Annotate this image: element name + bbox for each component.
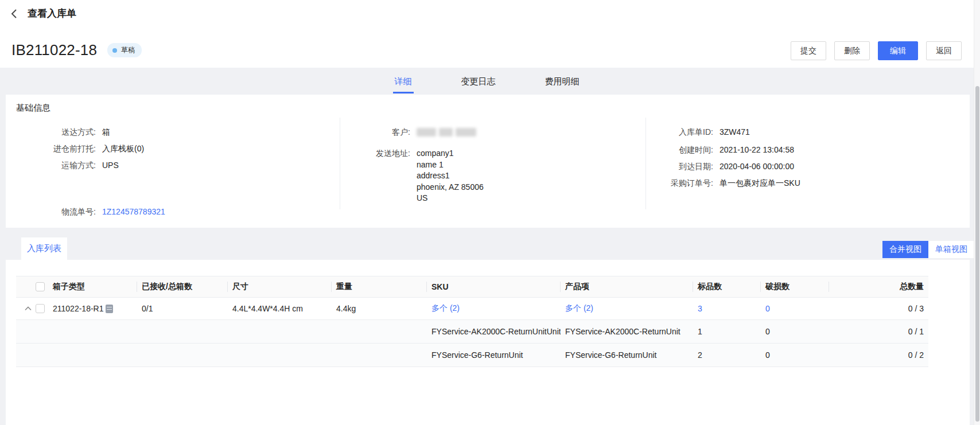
tracking-number-link[interactable]: 1Z124578789321 bbox=[102, 204, 165, 220]
box-note-icon[interactable] bbox=[106, 305, 113, 313]
tab-inbound-list[interactable]: 入库列表 bbox=[21, 237, 67, 260]
palletize-label: 进仓前打托: bbox=[6, 141, 96, 157]
customer-value-redacted bbox=[417, 124, 476, 141]
col-total-qty: 总数量 bbox=[829, 276, 928, 297]
table-header-row: 箱子类型 已接收/总箱数 尺寸 重量 SKU 产品项 标品数 破损数 总数量 bbox=[16, 276, 928, 298]
total-qty-value: 0 / 1 bbox=[829, 320, 928, 343]
tab-changelog[interactable]: 变更日志 bbox=[460, 71, 497, 93]
single-box-view-button[interactable]: 单箱视图 bbox=[928, 241, 974, 258]
address-line: name 1 bbox=[417, 159, 484, 171]
col-received: 已接收/总箱数 bbox=[137, 276, 228, 297]
address-line: company1 bbox=[417, 148, 484, 159]
table-row: 211022-18-R1 0/1 4.4L*4.4W*4.4H cm 4.4kg… bbox=[16, 298, 928, 320]
created-time-label: 创建时间: bbox=[640, 142, 713, 158]
col-damaged-qty: 破损数 bbox=[761, 276, 829, 297]
page-title: 查看入库单 bbox=[28, 7, 76, 20]
select-all-checkbox[interactable] bbox=[36, 282, 45, 291]
arrival-date-label: 到达日期: bbox=[640, 158, 713, 175]
col-standard-qty: 标品数 bbox=[693, 276, 761, 297]
palletize-value: 入库栈板(0) bbox=[102, 141, 144, 157]
address-line: US bbox=[417, 193, 484, 204]
sku-value: FYService-G6-ReturnUnit bbox=[427, 344, 561, 366]
inbound-list-card: 箱子类型 已接收/总箱数 尺寸 重量 SKU 产品项 标品数 破损数 总数量 2… bbox=[6, 260, 970, 425]
total-qty-value: 0 / 2 bbox=[829, 344, 928, 366]
customer-label: 客户: bbox=[334, 124, 410, 141]
damaged-qty-value: 0 bbox=[761, 344, 829, 366]
detail-tabbar: 详细 变更日志 费用明细 bbox=[0, 68, 974, 95]
table-row: FYService-G6-ReturnUnit FYService-G6-Ret… bbox=[16, 344, 928, 367]
row-checkbox[interactable] bbox=[36, 304, 45, 313]
damaged-qty-link[interactable]: 0 bbox=[765, 304, 770, 313]
view-toggle: 合并视图 单箱视图 bbox=[882, 241, 974, 258]
inbound-id-label: 入库单ID: bbox=[640, 124, 713, 141]
arrival-date-value: 2020-04-06 00:00:00 bbox=[720, 158, 794, 175]
po-number-label: 采购订单号: bbox=[640, 175, 713, 192]
tracking-number-label: 物流单号: bbox=[6, 204, 96, 220]
size-value: 4.4L*4.4W*4.4H cm bbox=[228, 298, 332, 319]
return-button[interactable]: 返回 bbox=[926, 41, 962, 60]
transport-method-label: 运输方式: bbox=[6, 157, 96, 174]
tab-fees[interactable]: 费用明细 bbox=[543, 71, 581, 93]
standard-qty-value: 2 bbox=[693, 344, 761, 366]
delete-button[interactable]: 删除 bbox=[834, 41, 870, 60]
inbound-id-value: 3ZW471 bbox=[720, 124, 750, 141]
standard-qty-link[interactable]: 3 bbox=[698, 304, 702, 313]
col-product: 产品项 bbox=[561, 276, 693, 297]
col-sku: SKU bbox=[427, 276, 561, 297]
submit-button[interactable]: 提交 bbox=[791, 41, 826, 60]
sku-multiple-link[interactable]: 多个 (2) bbox=[431, 303, 460, 314]
product-value: FYService-AK2000C-ReturnUnit bbox=[561, 320, 693, 343]
scrollbar-thumb[interactable] bbox=[975, 86, 979, 422]
info-column-customer: 客户: 发送地址: company1 name 1 address1 phoen… bbox=[334, 95, 640, 228]
info-column-shipping: 送达方式: 箱 进仓前打托: 入库栈板(0) 运输方式: UPS 物流单号: 1… bbox=[6, 95, 334, 228]
page-scrollbar bbox=[974, 0, 980, 425]
col-box-type: 箱子类型 bbox=[53, 282, 85, 292]
delivery-method-value: 箱 bbox=[102, 124, 110, 141]
damaged-qty-value: 0 bbox=[761, 320, 829, 343]
back-chevron-icon[interactable] bbox=[8, 7, 20, 20]
col-weight: 重量 bbox=[332, 276, 427, 297]
created-time-value: 2021-10-22 13:04:58 bbox=[720, 142, 794, 158]
col-size: 尺寸 bbox=[228, 276, 332, 297]
info-column-order: 入库单ID: 3ZW471 创建时间: 2021-10-22 13:04:58 … bbox=[640, 95, 970, 228]
delivery-method-label: 送达方式: bbox=[6, 124, 96, 141]
basic-info-card: 基础信息 送达方式: 箱 进仓前打托: 入库栈板(0) 运输方式: UPS 物流… bbox=[6, 95, 970, 228]
top-header-bar: 查看入库单 IB211022-18 草稿 提交 删除 编辑 返回 bbox=[0, 0, 974, 68]
ship-address-value: company1 name 1 address1 phoenix, AZ 850… bbox=[417, 145, 484, 204]
status-dot-icon bbox=[112, 48, 117, 53]
status-badge-label: 草稿 bbox=[121, 45, 135, 55]
received-value: 0/1 bbox=[137, 298, 228, 319]
standard-qty-value: 1 bbox=[693, 320, 761, 343]
ship-address-label: 发送地址: bbox=[334, 145, 410, 159]
tab-detail[interactable]: 详细 bbox=[393, 71, 414, 93]
po-number-value: 单一包裹对应单一SKU bbox=[720, 175, 800, 192]
order-id: IB211022-18 bbox=[11, 41, 97, 59]
inbound-table: 箱子类型 已接收/总箱数 尺寸 重量 SKU 产品项 标品数 破损数 总数量 2… bbox=[16, 276, 928, 367]
weight-value: 4.4kg bbox=[332, 298, 427, 319]
collapse-row-icon[interactable] bbox=[24, 305, 32, 313]
address-line: address1 bbox=[417, 170, 484, 182]
product-value: FYService-G6-ReturnUnit bbox=[561, 344, 693, 366]
total-qty-value: 0 / 3 bbox=[829, 298, 928, 319]
transport-method-value: UPS bbox=[102, 157, 119, 174]
address-line: phoenix, AZ 85006 bbox=[417, 182, 484, 193]
edit-button[interactable]: 编辑 bbox=[878, 41, 918, 60]
status-badge: 草稿 bbox=[107, 43, 142, 57]
header-actions: 提交 删除 编辑 返回 bbox=[791, 41, 962, 60]
sku-value: FYService-AK2000C-ReturnUnitUnit bbox=[427, 320, 561, 343]
merged-view-button[interactable]: 合并视图 bbox=[882, 241, 928, 258]
product-multiple-link[interactable]: 多个 (2) bbox=[565, 303, 593, 314]
box-type-value: 211022-18-R1 bbox=[53, 304, 103, 313]
table-row: FYService-AK2000C-ReturnUnitUnit FYServi… bbox=[16, 320, 928, 344]
